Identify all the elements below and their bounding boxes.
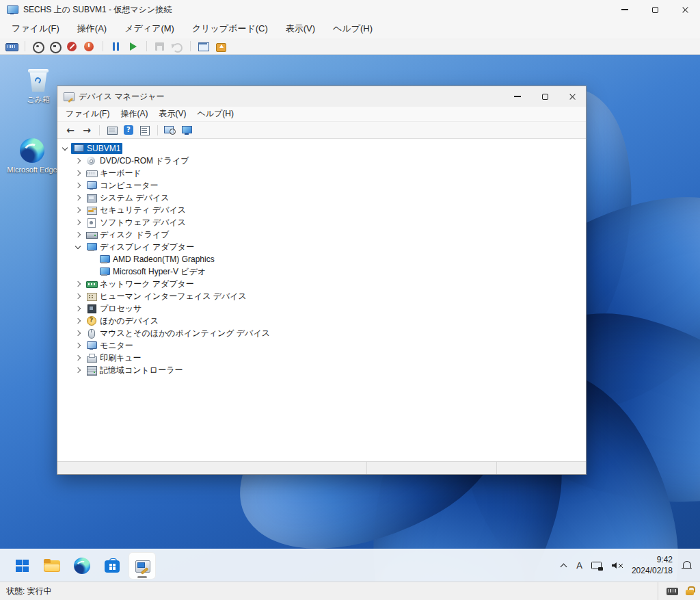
tree-item[interactable]: ほかのデバイス bbox=[57, 315, 586, 327]
tree-item[interactable]: モニター bbox=[57, 339, 586, 352]
tree-item-content[interactable]: ソフトウェア デバイス bbox=[84, 216, 188, 229]
chevron-icon[interactable] bbox=[62, 145, 69, 153]
chevron-icon[interactable] bbox=[75, 342, 82, 350]
device-manager-taskbar-button[interactable] bbox=[129, 552, 156, 579]
save-icon[interactable] bbox=[152, 40, 167, 53]
ime-indicator[interactable]: A bbox=[576, 560, 582, 571]
vm-menu-item[interactable]: 操作(A) bbox=[68, 19, 116, 38]
dm-maximize-button[interactable] bbox=[531, 86, 558, 107]
power-off-icon[interactable] bbox=[82, 40, 97, 53]
desktop[interactable]: ごみ箱Microsoft Edge デバイス マネージャー ファイル(F)操作(… bbox=[0, 55, 700, 582]
turn-off-icon[interactable] bbox=[48, 40, 63, 53]
tree-item-content[interactable]: Microsoft Hyper-V ビデオ bbox=[97, 265, 208, 278]
dm-menu-item[interactable]: 表示(V) bbox=[153, 107, 191, 121]
tree-item[interactable]: DVD/CD-ROM ドライブ bbox=[57, 155, 586, 167]
vm-menu-item[interactable]: 表示(V) bbox=[277, 19, 324, 38]
back-icon[interactable] bbox=[63, 124, 78, 136]
tree-item[interactable]: ディスプレイ アダプター bbox=[57, 241, 586, 253]
tree-item[interactable]: システム デバイス bbox=[57, 192, 586, 204]
maximize-button[interactable] bbox=[640, 0, 670, 19]
tree-item[interactable]: ディスク ドライブ bbox=[57, 229, 586, 241]
dm-minimize-button[interactable] bbox=[504, 86, 531, 107]
revert-icon[interactable] bbox=[170, 40, 185, 53]
tree-item[interactable]: マウスとそのほかのポインティング デバイス bbox=[57, 327, 586, 339]
tree-item[interactable]: ヒューマン インターフェイス デバイス bbox=[57, 290, 586, 302]
vm-menu-item[interactable]: クリップボード(C) bbox=[183, 19, 277, 38]
tree-item-content[interactable]: ほかのデバイス bbox=[84, 315, 161, 328]
minimize-button[interactable] bbox=[610, 0, 640, 19]
tree-item-content[interactable]: ヒューマン インターフェイス デバイス bbox=[84, 290, 249, 303]
tree-item[interactable]: コンピューター bbox=[57, 179, 586, 192]
chevron-icon[interactable] bbox=[75, 281, 82, 288]
tree-item[interactable]: プロセッサ bbox=[57, 302, 586, 315]
hidden-icons-chevron-icon[interactable] bbox=[559, 562, 567, 570]
tree-item[interactable]: Microsoft Hyper-V ビデオ bbox=[57, 265, 586, 278]
chevron-icon[interactable] bbox=[75, 367, 82, 374]
tree-item-content[interactable]: ネットワーク アダプター bbox=[84, 278, 196, 291]
tree-item-content[interactable]: 記憶域コントローラー bbox=[84, 364, 185, 377]
chevron-icon[interactable] bbox=[75, 194, 82, 202]
chevron-icon[interactable] bbox=[75, 244, 82, 251]
checkpoint-icon[interactable] bbox=[196, 40, 211, 53]
tree-item[interactable]: 記憶域コントローラー bbox=[57, 364, 586, 376]
chevron-icon[interactable] bbox=[75, 219, 82, 226]
chevron-icon[interactable] bbox=[75, 330, 82, 337]
start-icon[interactable] bbox=[31, 40, 46, 53]
tree-item-content[interactable]: システム デバイス bbox=[84, 192, 172, 205]
dm-menu-item[interactable]: 操作(A) bbox=[115, 107, 153, 121]
tree-item-content[interactable]: コンピューター bbox=[84, 179, 160, 192]
chevron-icon[interactable] bbox=[75, 170, 82, 177]
scan-icon[interactable] bbox=[163, 124, 178, 136]
explorer-taskbar-button[interactable] bbox=[38, 552, 66, 579]
chevron-icon[interactable] bbox=[75, 293, 82, 300]
vm-menu-item[interactable]: ヘルプ(H) bbox=[324, 19, 381, 38]
tree-item-content[interactable]: DVD/CD-ROM ドライブ bbox=[84, 155, 191, 168]
tree-item-content[interactable]: AMD Radeon(TM) Graphics bbox=[97, 254, 217, 265]
tree-item[interactable]: SUBVM1 bbox=[57, 142, 586, 155]
pause-icon[interactable] bbox=[109, 40, 124, 53]
volume-muted-icon[interactable] bbox=[612, 561, 623, 571]
vm-menu-item[interactable]: ファイル(F) bbox=[3, 19, 68, 38]
shutdown-icon[interactable] bbox=[65, 40, 80, 53]
tree-item[interactable]: ソフトウェア デバイス bbox=[57, 216, 586, 229]
props-icon[interactable] bbox=[137, 124, 152, 136]
tree-item[interactable]: AMD Radeon(TM) Graphics bbox=[57, 253, 586, 265]
start-taskbar-button[interactable] bbox=[8, 552, 36, 579]
tree-item-content[interactable]: マウスとそのほかのポインティング デバイス bbox=[84, 327, 272, 340]
tree-item[interactable]: 印刷キュー bbox=[57, 352, 586, 364]
tree-item-content[interactable]: SUBVM1 bbox=[71, 143, 122, 154]
resume-icon[interactable] bbox=[126, 40, 141, 53]
dm-menu-item[interactable]: ファイル(F) bbox=[60, 107, 115, 121]
tree-item-content[interactable]: ディスプレイ アダプター bbox=[84, 241, 196, 254]
edge-desktop-icon[interactable]: Microsoft Edge bbox=[3, 138, 61, 174]
chevron-icon[interactable] bbox=[75, 354, 82, 362]
dm-close-button[interactable] bbox=[558, 86, 586, 107]
chevron-icon[interactable] bbox=[75, 207, 82, 214]
tree-item-content[interactable]: セキュリティ デバイス bbox=[84, 204, 188, 217]
tree-item-content[interactable]: 印刷キュー bbox=[84, 352, 144, 365]
chevron-icon[interactable] bbox=[75, 231, 82, 239]
edge-taskbar-button[interactable] bbox=[68, 552, 96, 579]
network-icon[interactable] bbox=[591, 561, 603, 571]
chevron-icon[interactable] bbox=[75, 305, 82, 313]
monitor-icon[interactable] bbox=[179, 124, 194, 136]
chevron-icon[interactable] bbox=[75, 157, 82, 165]
notifications-bell-icon[interactable] bbox=[682, 561, 692, 571]
tree-item[interactable]: キーボード bbox=[57, 167, 586, 179]
chevron-icon[interactable] bbox=[75, 317, 82, 325]
help-icon[interactable] bbox=[121, 124, 136, 136]
tree-item-content[interactable]: プロセッサ bbox=[84, 302, 144, 315]
store-taskbar-button[interactable] bbox=[98, 552, 126, 579]
forward-icon[interactable] bbox=[79, 124, 94, 136]
grid-icon[interactable] bbox=[105, 124, 120, 136]
tree-item[interactable]: セキュリティ デバイス bbox=[57, 204, 586, 216]
tree-item-content[interactable]: キーボード bbox=[84, 167, 144, 180]
tree-item-content[interactable]: モニター bbox=[84, 339, 135, 352]
dm-menu-item[interactable]: ヘルプ(H) bbox=[191, 107, 239, 121]
vm-menu-item[interactable]: メディア(M) bbox=[116, 19, 183, 38]
tree-item[interactable]: ネットワーク アダプター bbox=[57, 278, 586, 290]
share-icon[interactable] bbox=[213, 40, 228, 53]
ctrl-alt-del-icon[interactable] bbox=[4, 40, 19, 53]
close-button[interactable] bbox=[670, 0, 700, 19]
tree-item-content[interactable]: ディスク ドライブ bbox=[84, 229, 172, 242]
